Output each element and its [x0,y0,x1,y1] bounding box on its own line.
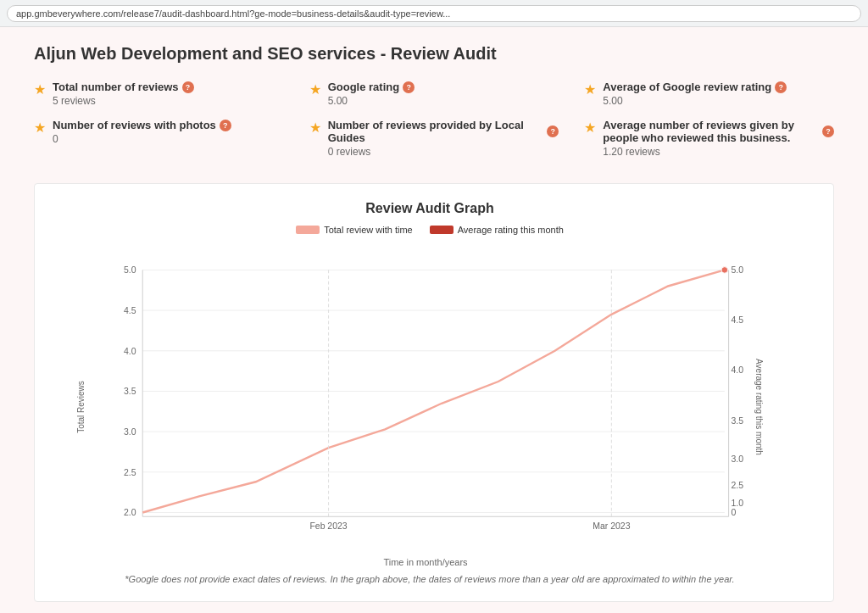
legend-color-1 [296,226,320,234]
svg-text:4.5: 4.5 [124,306,136,315]
info-icon-0[interactable]: ? [182,81,194,93]
svg-text:3.0: 3.0 [731,454,743,464]
info-icon-3[interactable]: ? [220,120,231,131]
metric-item-2: ★ Average of Google review rating ? 5.00 [584,81,834,107]
svg-point-29 [721,267,728,274]
svg-text:3.5: 3.5 [731,416,743,426]
metric-label-2: Average of Google review rating ? [603,81,787,93]
legend-item-1: Total review with time [296,225,413,235]
metrics-grid: ★ Total number of reviews ? 5 reviews ★ … [34,81,834,158]
star-icon-4: ★ [309,120,321,136]
metric-label-0: Total number of reviews ? [53,81,194,93]
svg-text:2.0: 2.0 [124,508,136,517]
metric-item-4: ★ Number of reviews provided by Local Gu… [309,119,559,158]
star-icon-2: ★ [584,81,596,98]
info-icon-5[interactable]: ? [822,125,834,137]
svg-text:5.0: 5.0 [731,265,743,275]
metric-value-3: 0 [53,133,231,145]
metric-label-4: Number of reviews provided by Local Guid… [328,119,559,144]
info-icon-4[interactable]: ? [547,125,559,137]
metric-value-0: 5 reviews [53,95,194,107]
svg-text:4.0: 4.0 [124,347,136,356]
x-axis-label: Time in month/years [94,557,757,567]
metric-label-3: Number of reviews with photos ? [53,119,231,131]
star-icon-5: ★ [584,120,596,136]
chart-wrapper: Total Reviews Average rating this month [52,247,808,567]
metric-value-4: 0 reviews [328,146,559,158]
svg-text:5.0: 5.0 [124,265,136,275]
graph-section: Review Audit Graph Total review with tim… [34,183,834,602]
legend-color-2 [430,226,453,234]
svg-text:Feb 2023: Feb 2023 [309,521,347,531]
graph-title: Review Audit Graph [52,201,808,216]
svg-text:3.0: 3.0 [124,427,136,437]
metric-label-1: Google rating ? [328,81,415,93]
metric-item-5: ★ Average number of reviews given by peo… [584,119,834,158]
svg-text:3.5: 3.5 [124,387,136,396]
svg-text:2.5: 2.5 [731,481,743,490]
metric-item-1: ★ Google rating ? 5.00 [309,81,559,107]
chart-svg: 5.0 4.5 4.0 3.5 3.0 2.5 2.0 5.0 4.5 4.0 … [94,247,757,552]
y-axis-left-label: Total Reviews [76,381,86,433]
metric-item-0: ★ Total number of reviews ? 5 reviews [34,81,284,107]
info-icon-2[interactable]: ? [775,81,787,93]
svg-text:4.5: 4.5 [731,315,743,325]
page-wrapper: Aljun Web Development and SEO services -… [0,27,868,613]
star-icon-3: ★ [34,120,46,136]
metric-value-2: 5.00 [603,95,787,107]
graph-footnote: *Google does not provide exact dates of … [52,574,808,584]
metric-value-5: 1.20 reviews [603,146,834,158]
chart-container: 5.0 4.5 4.0 3.5 3.0 2.5 2.0 5.0 4.5 4.0 … [94,247,757,552]
svg-text:2.5: 2.5 [124,468,136,477]
graph-legend: Total review with time Average rating th… [52,225,808,235]
star-icon-0: ★ [34,81,46,98]
metric-item-3: ★ Number of reviews with photos ? 0 [34,119,284,158]
browser-bar: app.gmbeverywhere.com/release7/audit-das… [0,0,868,27]
page-title: Aljun Web Development and SEO services -… [34,44,834,64]
star-icon-1: ★ [309,81,321,98]
svg-text:Mar 2023: Mar 2023 [593,521,630,531]
svg-text:1.0: 1.0 [731,499,743,508]
metric-label-5: Average number of reviews given by peopl… [603,119,834,144]
metric-value-1: 5.00 [328,95,415,107]
info-icon-1[interactable]: ? [403,81,415,93]
legend-item-2: Average rating this month [430,225,564,235]
svg-text:4.0: 4.0 [731,365,743,375]
url-bar[interactable]: app.gmbeverywhere.com/release7/audit-das… [7,5,861,22]
svg-text:0: 0 [731,508,736,517]
